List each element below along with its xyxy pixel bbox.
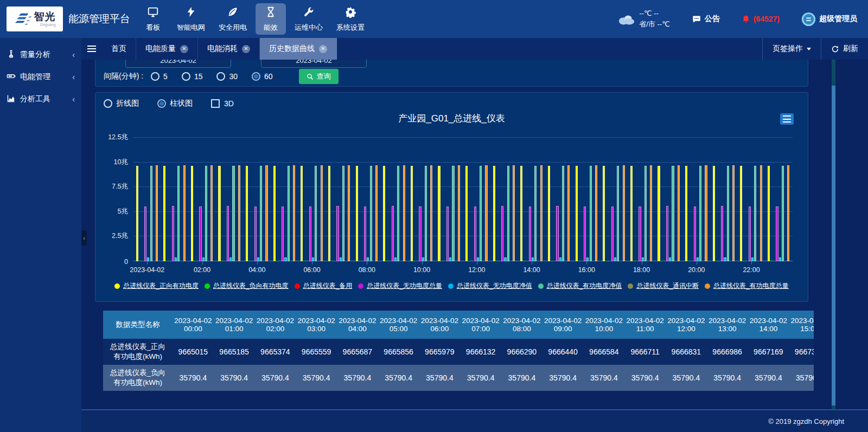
bar[interactable] [501,206,503,261]
interval-radio-60[interactable]: 60 [252,72,273,81]
tab-actions-dropdown[interactable]: 页签操作 [762,38,821,60]
bar[interactable] [666,206,668,261]
bar[interactable] [321,165,323,261]
bar[interactable] [136,166,138,261]
notice-button[interactable]: 公告 [692,14,720,24]
bar[interactable] [340,257,342,261]
user-menu[interactable]: 超级管理员 [801,12,857,27]
bar[interactable] [386,261,388,261]
bar[interactable] [590,166,592,261]
bar[interactable] [787,165,789,261]
bar[interactable] [661,261,663,261]
content-scrollbar-thumb[interactable] [832,86,835,405]
bar[interactable] [356,166,358,261]
nav-item-smart-grid[interactable]: 智能电网 [172,3,210,35]
bar[interactable] [273,166,276,261]
bar[interactable] [175,257,177,261]
bar[interactable] [248,261,251,261]
query-button[interactable]: 查询 [299,69,339,84]
legend-item[interactable]: 总进线仪表_正向有功电度 [114,281,199,291]
bar[interactable] [697,257,699,261]
content-scrollbar-track[interactable] [832,60,835,409]
bar[interactable] [227,206,229,261]
bar[interactable] [150,166,152,261]
bar[interactable] [732,165,735,261]
bar[interactable] [630,166,633,261]
sidebar-item-analysis-tools[interactable]: 分析工具‹ [0,88,81,110]
bar[interactable] [578,261,580,261]
bar[interactable] [595,165,597,261]
bar[interactable] [449,257,451,261]
legend-item[interactable]: 总进线仪表_有功电度总量 [705,281,789,291]
bar[interactable] [504,257,506,261]
bar[interactable] [309,207,311,261]
bar[interactable] [513,165,515,261]
bar[interactable] [257,257,259,261]
bar[interactable] [493,166,495,261]
bar[interactable] [147,257,149,261]
bar[interactable] [156,165,158,261]
bar[interactable] [425,166,427,261]
bar[interactable] [221,261,224,261]
bar[interactable] [642,257,644,261]
sidebar-toggle-button[interactable] [81,38,102,60]
legend-item[interactable]: 总进线仪表_备用 [295,281,353,291]
bar[interactable] [446,207,449,261]
start-date-input[interactable]: 2023-04-02 [125,60,231,68]
bar[interactable] [751,257,754,261]
bar[interactable] [348,165,350,261]
bar[interactable] [422,257,424,261]
tab-close-icon[interactable]: ✕ [180,45,188,53]
bar[interactable] [520,166,522,261]
bar[interactable] [413,261,416,261]
bar[interactable] [260,166,262,261]
bar[interactable] [658,166,660,261]
bar[interactable] [507,166,509,261]
bar[interactable] [477,257,479,261]
bar[interactable] [727,166,729,261]
tab-close-icon[interactable]: ✕ [319,45,327,53]
bar[interactable] [559,257,561,261]
bar[interactable] [529,207,531,261]
bar[interactable] [713,166,715,261]
bar[interactable] [586,257,589,261]
bar[interactable] [315,166,317,261]
logo[interactable]: 智光 Zhiguang [7,7,63,31]
bar[interactable] [644,166,647,261]
bar[interactable] [485,165,487,261]
bar[interactable] [721,206,723,261]
sidebar-item-demand-analysis[interactable]: 需量分析‹ [0,43,81,66]
bar[interactable] [370,166,372,261]
bar-chart-radio[interactable]: 柱状图 [157,99,193,108]
bar[interactable] [199,207,201,261]
tab-电能质量[interactable]: 电能质量✕ [136,38,198,60]
bar[interactable] [740,166,742,261]
tab-历史数据曲线[interactable]: 历史数据曲线✕ [260,38,337,60]
bar[interactable] [166,261,168,261]
bar[interactable] [202,257,205,261]
nav-item-ops-center[interactable]: 运维中心 [290,3,328,35]
sidebar-item-energy-management[interactable]: 电能管理‹ [0,66,81,88]
bar[interactable] [754,166,756,261]
bar[interactable] [210,165,213,261]
bar[interactable] [567,165,570,261]
bar[interactable] [367,257,369,261]
legend-item[interactable]: 总进线仪表_无功电度总量 [358,281,442,291]
bar[interactable] [218,166,220,261]
legend-item[interactable]: 总进线仪表_无功电度净值 [448,281,532,291]
bar[interactable] [669,257,671,261]
bar[interactable] [551,261,553,261]
bar[interactable] [639,207,641,261]
bar[interactable] [293,165,295,261]
bar[interactable] [284,257,286,261]
bar[interactable] [312,257,314,261]
bar[interactable] [650,165,652,261]
bar[interactable] [177,166,180,261]
bar[interactable] [194,261,196,261]
bar[interactable] [584,207,586,261]
bar[interactable] [749,207,751,261]
legend-item[interactable]: 总进线仪表_有功电度净值 [538,281,622,291]
bar[interactable] [438,166,440,261]
bar[interactable] [770,261,773,261]
tab-close-icon[interactable]: ✕ [242,45,250,53]
